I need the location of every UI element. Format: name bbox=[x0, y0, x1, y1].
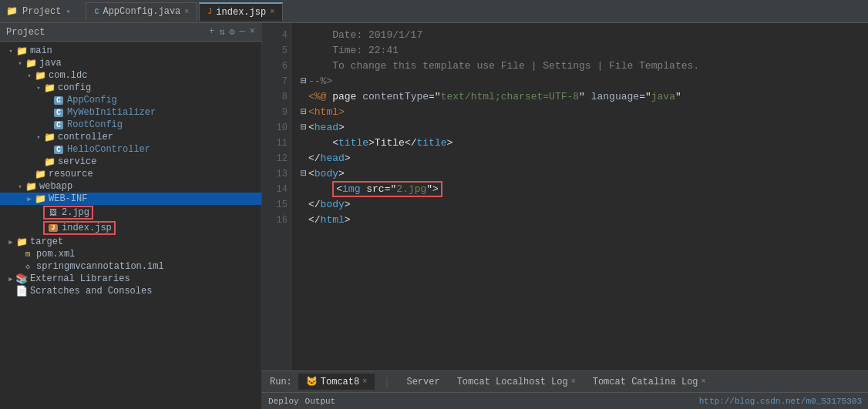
code-line-8: <%@ page contentType="text/html;charset=… bbox=[299, 89, 860, 105]
code-line-15: </body> bbox=[299, 197, 860, 213]
tree-item-extlibs[interactable]: ▶ 📚 External Libraries bbox=[0, 273, 261, 285]
java-icon: C bbox=[94, 8, 99, 16]
main-area: Project + ⇅ ⚙ — × ▾ 📁 main ▾ 📁 bbox=[0, 23, 868, 409]
tree-item-target[interactable]: ▶ 📁 target bbox=[0, 236, 261, 248]
tree-item-iml[interactable]: ◇ springmvcannotation.iml bbox=[0, 260, 261, 273]
img-file-icon-2jpg: 🖼 bbox=[47, 207, 59, 218]
folder-icon-service: 📁 bbox=[43, 156, 56, 167]
tab-close-appconfig[interactable]: × bbox=[184, 8, 189, 16]
tree-item-webinf[interactable]: ▶ 📁 WEB-INF bbox=[0, 193, 261, 205]
minimize-icon[interactable]: — bbox=[240, 26, 245, 38]
scratches-icon: 📄 bbox=[15, 286, 28, 297]
code-line-13: ⊟ <body> bbox=[299, 166, 860, 182]
status-right: http://blog.csdn.net/m0_53175303 bbox=[699, 397, 862, 406]
extlib-icon: 📚 bbox=[15, 273, 28, 284]
tomcat-icon: 🐱 bbox=[306, 376, 318, 387]
tree-item-scratches[interactable]: 📄 Scratches and Consoles bbox=[0, 285, 261, 297]
tab-tomcatcatalina[interactable]: Tomcat Catalina Log × bbox=[585, 374, 714, 390]
sync-icon[interactable]: ⇅ bbox=[219, 26, 224, 38]
code-area[interactable]: Date: 2019/1/17 Time: 22:41 To change th… bbox=[291, 23, 868, 370]
code-line-12: </head> bbox=[299, 151, 860, 166]
bottom-tabs: Run: 🐱 Tomcat8 × | Server Tomcat Localho… bbox=[262, 370, 868, 392]
editor-tabs: C AppConfig.java × J index.jsp × bbox=[86, 2, 283, 21]
close-locallog[interactable]: × bbox=[571, 377, 576, 386]
tree-item-controller[interactable]: ▾ 📁 controller bbox=[0, 131, 261, 143]
deploy-label[interactable]: Deploy bbox=[268, 397, 299, 406]
folder-icon-webapp: 📁 bbox=[25, 181, 37, 192]
tree-item-resource[interactable]: ▶ 📁 resource bbox=[0, 168, 261, 180]
tree-item-webapp[interactable]: ▾ 📁 webapp bbox=[0, 180, 261, 193]
tree-item-main[interactable]: ▾ 📁 main bbox=[0, 45, 261, 57]
status-left: Deploy Output bbox=[268, 397, 335, 406]
fold-marker-7[interactable]: ⊟ bbox=[299, 74, 308, 89]
tab-appconfig[interactable]: C AppConfig.java × bbox=[86, 2, 197, 20]
folder-icon-config: 📁 bbox=[43, 82, 56, 93]
tree-item-pomxml[interactable]: m pom.xml bbox=[0, 248, 261, 260]
tree-item-indexjsp[interactable]: J index.jsp bbox=[0, 220, 261, 236]
folder-icon-resource: 📁 bbox=[34, 169, 46, 179]
run-label: Run: bbox=[265, 377, 297, 387]
status-bar: Deploy Output http://blog.csdn.net/m0_53… bbox=[262, 392, 868, 409]
project-label: 📁 Project ▾ bbox=[6, 5, 70, 17]
sidebar-header-icons: + ⇅ ⚙ — × bbox=[209, 26, 255, 38]
close-sidebar-icon[interactable]: × bbox=[250, 26, 255, 38]
java-file-icon-rootconfig: C bbox=[52, 119, 65, 130]
tab-tomcatlocalhost[interactable]: Tomcat Localhost Log × bbox=[449, 374, 584, 390]
project-arrow[interactable]: ▾ bbox=[66, 7, 70, 16]
tab-server[interactable]: Server bbox=[399, 374, 447, 390]
iml-file-icon: ◇ bbox=[22, 261, 34, 272]
code-line-4: Date: 2019/1/17 bbox=[299, 28, 860, 43]
folder-icon-main: 📁 bbox=[15, 45, 28, 56]
tree-item-comldc[interactable]: ▾ 📁 com.ldc bbox=[0, 69, 261, 82]
sidebar-header: Project + ⇅ ⚙ — × bbox=[0, 23, 261, 42]
close-tomcat8[interactable]: × bbox=[362, 377, 367, 386]
folder-icon-controller: 📁 bbox=[43, 132, 56, 142]
title-bar: 📁 Project ▾ C AppConfig.java × J index.j… bbox=[0, 0, 868, 23]
tree-item-hellocontroller[interactable]: C HelloController bbox=[0, 143, 261, 156]
folder-icon-target: 📁 bbox=[15, 236, 28, 247]
tree-item-service[interactable]: ▶ 📁 service bbox=[0, 156, 261, 168]
tree-item-config[interactable]: ▾ 📁 config bbox=[0, 82, 261, 94]
fold-marker-9[interactable]: ⊟ bbox=[299, 105, 308, 120]
xml-file-icon: m bbox=[22, 249, 34, 260]
java-file-icon-mywebinit: C bbox=[52, 107, 65, 118]
project-folder-icon: 📁 bbox=[6, 5, 18, 17]
code-line-6: To change this template use File | Setti… bbox=[299, 59, 860, 74]
sidebar-title: Project bbox=[6, 27, 45, 38]
arrow-webapp: ▾ bbox=[15, 183, 25, 191]
editor-content: 4 5 6 7 8 9 10 11 12 13 14 15 16 Date: 2… bbox=[262, 23, 868, 370]
tab-separator: | bbox=[376, 374, 397, 390]
tab-close-indexjsp[interactable]: × bbox=[270, 8, 274, 16]
tree-item-2jpg[interactable]: 🖼 2.jpg bbox=[0, 205, 261, 220]
settings-icon[interactable]: ⚙ bbox=[229, 26, 234, 38]
tree-item-appconfig[interactable]: C AppConfig bbox=[0, 94, 261, 106]
code-line-10: ⊟ <head> bbox=[299, 120, 860, 136]
line-numbers: 4 5 6 7 8 9 10 11 12 13 14 15 16 bbox=[262, 23, 291, 370]
tab-indexjsp[interactable]: J index.jsp × bbox=[199, 2, 283, 21]
jsp-icon: J bbox=[207, 8, 212, 16]
tab-tomcat8[interactable]: 🐱 Tomcat8 × bbox=[298, 374, 375, 390]
folder-icon-java: 📁 bbox=[25, 58, 37, 69]
add-icon[interactable]: + bbox=[209, 26, 214, 38]
sidebar-tree: ▾ 📁 main ▾ 📁 java ▾ 📁 com.ldc ▾ bbox=[0, 42, 261, 409]
arrow-controller: ▾ bbox=[34, 133, 43, 142]
jsp-file-icon-indexjsp: J bbox=[47, 223, 59, 233]
folder-icon-comldc: 📁 bbox=[34, 70, 46, 81]
output-label[interactable]: Output bbox=[305, 397, 336, 406]
arrow-java: ▾ bbox=[15, 59, 25, 68]
code-line-7: ⊟ --%> bbox=[299, 74, 860, 89]
fold-marker-13[interactable]: ⊟ bbox=[299, 166, 308, 182]
tree-item-java[interactable]: ▾ 📁 java bbox=[0, 57, 261, 69]
code-line-9: ⊟ <html> bbox=[299, 105, 860, 120]
arrow-comldc: ▾ bbox=[25, 72, 34, 80]
close-catalinalog[interactable]: × bbox=[701, 377, 706, 386]
code-line-5: Time: 22:41 bbox=[299, 43, 860, 59]
arrow-target: ▶ bbox=[6, 238, 15, 246]
tree-item-rootconfig[interactable]: C RootConfig bbox=[0, 119, 261, 131]
fold-marker-10[interactable]: ⊟ bbox=[299, 120, 308, 136]
tree-item-mywebinit[interactable]: C MyWebInitializer bbox=[0, 106, 261, 119]
arrow-main: ▾ bbox=[6, 47, 15, 55]
sidebar: Project + ⇅ ⚙ — × ▾ 📁 main ▾ 📁 bbox=[0, 23, 262, 409]
arrow-config: ▾ bbox=[34, 84, 43, 92]
java-file-icon-hellocontroller: C bbox=[52, 144, 65, 155]
